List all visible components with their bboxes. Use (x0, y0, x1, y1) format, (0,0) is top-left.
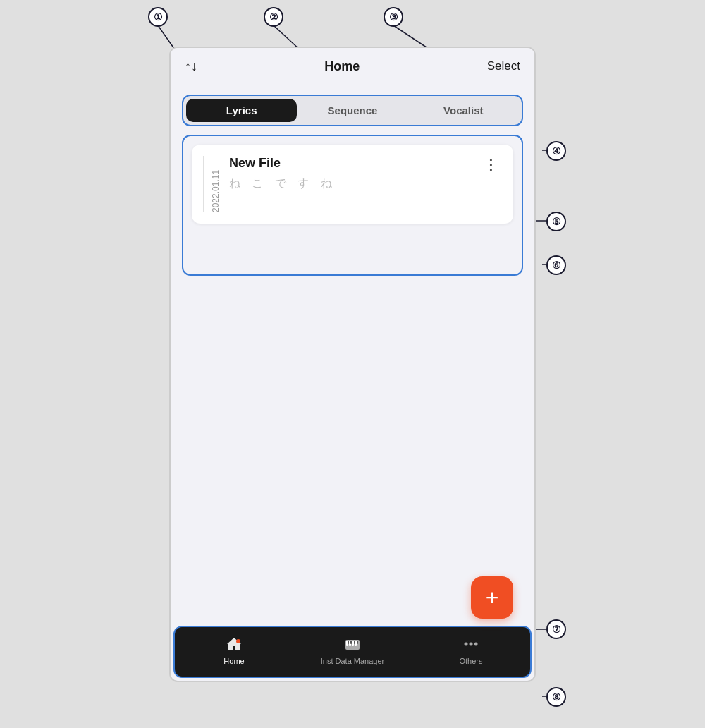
annotation-2: ② (264, 7, 283, 27)
select-button[interactable]: Select (487, 59, 520, 73)
annotation-6: ⑥ (546, 255, 566, 275)
svg-rect-15 (348, 641, 349, 644)
fab-container: + (171, 569, 534, 626)
nav-label-home: Home (223, 657, 244, 665)
empty-content-area (171, 287, 534, 569)
file-card[interactable]: 2022.01.11 New File ね こ で す ね ⋮ (192, 145, 513, 224)
inst-icon (343, 634, 362, 654)
nav-label-inst: Inst Data Manager (321, 657, 385, 665)
tab-vocalist[interactable]: Vocalist (408, 99, 519, 122)
annotation-8: ⑧ (546, 687, 566, 707)
nav-item-inst[interactable]: Inst Data Manager (293, 634, 412, 665)
file-menu-button[interactable]: ⋮ (479, 156, 502, 173)
phone-frame: ↑↓ Home Select Lyrics Sequence Vocalist … (169, 47, 536, 682)
svg-rect-16 (350, 641, 352, 644)
svg-point-20 (470, 642, 473, 645)
file-title: New File (229, 156, 471, 171)
svg-point-19 (465, 642, 468, 645)
add-button[interactable]: + (471, 576, 513, 619)
sort-button[interactable]: ↑↓ (185, 59, 197, 74)
svg-rect-17 (354, 641, 355, 644)
tab-bar: Lyrics Sequence Vocalist (182, 95, 523, 126)
file-date: 2022.01.11 (203, 156, 221, 212)
file-preview: ね こ で す ね (229, 176, 471, 191)
svg-rect-18 (357, 641, 358, 644)
file-info: New File ね こ で す ね (229, 156, 471, 191)
content-area: 2022.01.11 New File ね こ で す ね ⋮ (182, 135, 523, 276)
tab-sequence[interactable]: Sequence (297, 99, 407, 122)
annotation-7: ⑦ (546, 619, 566, 639)
svg-point-21 (474, 642, 478, 645)
bottom-nav: ♪ Home (173, 626, 532, 678)
header: ↑↓ Home Select (171, 48, 534, 83)
nav-item-others[interactable]: Others (412, 634, 530, 665)
annotation-3: ③ (384, 7, 403, 27)
tab-lyrics[interactable]: Lyrics (186, 99, 297, 122)
annotation-4: ④ (546, 141, 566, 161)
annotation-5: ⑤ (546, 212, 566, 231)
add-icon: + (486, 586, 499, 609)
nav-item-home[interactable]: ♪ Home (175, 634, 293, 665)
svg-rect-13 (352, 641, 354, 646)
page-title: Home (324, 59, 360, 74)
others-icon (461, 634, 481, 654)
nav-label-others: Others (459, 657, 482, 665)
home-icon: ♪ (224, 634, 244, 654)
annotation-1: ① (148, 7, 168, 27)
